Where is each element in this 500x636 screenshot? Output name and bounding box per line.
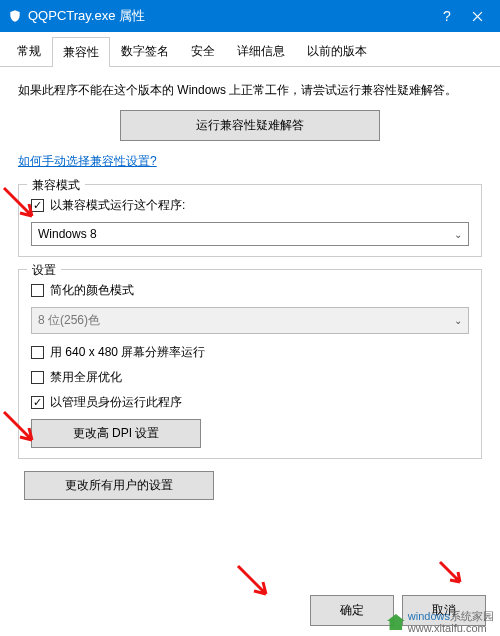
fullscreen-checkbox[interactable]: [31, 371, 44, 384]
ok-button[interactable]: 确定: [310, 595, 394, 626]
watermark-url: www.xitaifu.com: [408, 622, 487, 634]
color-select-value: 8 位(256)色: [38, 312, 100, 329]
compat-group-label: 兼容模式: [27, 177, 85, 194]
chevron-down-icon: ⌄: [454, 315, 462, 326]
tab-security[interactable]: 安全: [180, 36, 226, 66]
help-button[interactable]: ?: [432, 0, 462, 32]
titlebar: QQPCTray.exe 属性 ?: [0, 0, 500, 32]
annotation-arrow: [236, 564, 276, 604]
dpi-settings-button[interactable]: 更改高 DPI 设置: [31, 419, 201, 448]
tab-general[interactable]: 常规: [6, 36, 52, 66]
shield-icon: [8, 9, 22, 23]
tab-details[interactable]: 详细信息: [226, 36, 296, 66]
close-button[interactable]: [462, 0, 492, 32]
settings-group: 设置 简化的颜色模式 8 位(256)色 ⌄ 用 640 x 480 屏幕分辨率…: [18, 269, 482, 459]
color-mode-select: 8 位(256)色 ⌄: [31, 307, 469, 334]
all-users-button[interactable]: 更改所有用户的设置: [24, 471, 214, 500]
compat-mode-checkbox[interactable]: [31, 199, 44, 212]
house-icon: [387, 614, 405, 630]
help-link[interactable]: 如何手动选择兼容性设置?: [18, 153, 157, 170]
settings-group-label: 设置: [27, 262, 61, 279]
window-title: QQPCTray.exe 属性: [28, 7, 432, 25]
watermark-site: 系统家园: [450, 610, 494, 622]
tab-content: 如果此程序不能在这个版本的 Windows 上正常工作，请尝试运行兼容性疑难解答…: [0, 67, 500, 508]
tab-previous[interactable]: 以前的版本: [296, 36, 378, 66]
resolution-label: 用 640 x 480 屏幕分辨率运行: [50, 344, 205, 361]
tab-strip: 常规 兼容性 数字签名 安全 详细信息 以前的版本: [0, 36, 500, 67]
watermark-brand: windows: [408, 610, 450, 622]
fullscreen-label: 禁用全屏优化: [50, 369, 122, 386]
color-mode-checkbox[interactable]: [31, 284, 44, 297]
color-mode-label: 简化的颜色模式: [50, 282, 134, 299]
watermark: windows系统家园 www.xitaifu.com: [387, 610, 494, 634]
compat-select-value: Windows 8: [38, 227, 97, 241]
admin-label: 以管理员身份运行此程序: [50, 394, 182, 411]
compat-mode-label: 以兼容模式运行这个程序:: [50, 197, 185, 214]
compat-mode-group: 兼容模式 以兼容模式运行这个程序: Windows 8 ⌄: [18, 184, 482, 257]
chevron-down-icon: ⌄: [454, 229, 462, 240]
annotation-arrow: [438, 560, 468, 590]
tab-signatures[interactable]: 数字签名: [110, 36, 180, 66]
troubleshoot-button[interactable]: 运行兼容性疑难解答: [120, 110, 380, 141]
admin-checkbox[interactable]: [31, 396, 44, 409]
tab-compatibility[interactable]: 兼容性: [52, 37, 110, 67]
intro-text: 如果此程序不能在这个版本的 Windows 上正常工作，请尝试运行兼容性疑难解答…: [18, 81, 482, 100]
compat-mode-select[interactable]: Windows 8 ⌄: [31, 222, 469, 246]
resolution-checkbox[interactable]: [31, 346, 44, 359]
